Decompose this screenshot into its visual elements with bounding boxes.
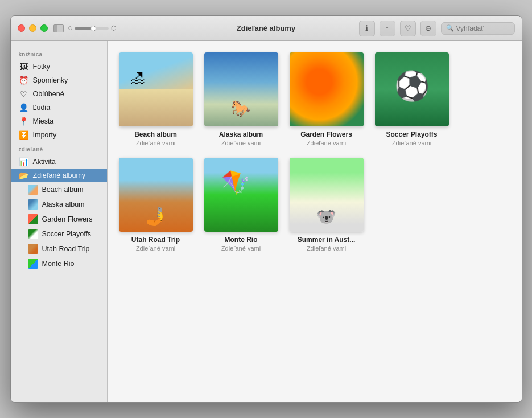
album-name-beach: Beach album [134,130,177,138]
album-thumb-utah: 🤳 [119,158,193,232]
maximize-button[interactable] [40,24,48,32]
sidebar-sub-beach[interactable]: Beach album [11,182,107,197]
beach-person-icon: 🏖 [130,69,145,87]
search-box[interactable]: 🔍 [441,22,515,35]
garden-detail [290,52,364,126]
beach-thumb-icon [28,185,38,195]
sidebar-label-alaska: Alaska album [42,200,85,208]
traffic-lights [18,24,48,32]
sidebar-label-aktivita: Aktivita [33,158,56,166]
sidebar: knižnica 🖼 Fotky ⏰ Spomienky ♡ Obľúbené … [11,41,108,402]
album-item-monte-rio[interactable]: Monte Rio Zdieľané vami [204,158,278,252]
zoom-slider-wrap: ⬡ ⬡ [68,24,117,32]
sidebar-label-importy: Importy [33,131,57,139]
album-item-soccer[interactable]: Soccer Playoffs Zdieľané vami [375,52,449,146]
sidebar-label-ludia: Ľudia [33,104,51,112]
sidebar-item-ludia[interactable]: 👤 Ľudia [11,101,107,114]
heart-button[interactable]: ♡ [400,21,416,36]
zoom-slider[interactable] [75,27,109,30]
sidebar-toggle-area: ⬡ ⬡ [53,24,117,32]
main-area: knižnica 🖼 Fotky ⏰ Spomienky ♡ Obľúbené … [11,41,522,402]
sidebar-label-fotky: Fotky [33,63,51,71]
people-icon: 👤 [19,103,29,112]
albums-grid: 🏖 Beach album Zdieľané vami 🐎 Alaska alb… [119,52,510,252]
photos-icon: 🖼 [19,62,29,71]
album-thumb-beach: 🏖 [119,52,193,126]
window-title: Zdieľané albumy [237,24,295,32]
album-thumb-garden [290,52,364,126]
sidebar-sub-monte-rio[interactable]: Monte Rio [11,256,107,271]
toolbar-right: ℹ ↑ ♡ ⊕ 🔍 [359,21,515,36]
app-window: ⬡ ⬡ Zdieľané albumy ℹ ↑ ♡ ⊕ 🔍 knižnica [10,15,522,403]
sidebar-label-beach: Beach album [42,186,84,194]
album-item-garden[interactable]: Garden Flowers Zdieľané vami [290,52,364,146]
rio-thumb-icon [28,259,38,269]
soccer-thumb-icon [28,229,38,239]
sidebar-sub-utah[interactable]: Utah Road Trip [11,241,107,256]
favorites-icon: ♡ [19,89,29,99]
album-thumb-soccer [375,52,449,126]
album-sub-alaska: Zdieľané vami [221,140,261,146]
sidebar-label-garden: Garden Flowers [42,215,93,223]
titlebar: ⬡ ⬡ Zdieľané albumy ℹ ↑ ♡ ⊕ 🔍 [11,16,522,41]
utah-figure-icon: 🤳 [145,206,166,226]
sidebar-label-spomienky: Spomienky [33,76,68,84]
album-name-alaska: Alaska album [219,130,263,138]
garden-thumb-icon [28,214,38,224]
album-thumb-alaska: 🐎 [204,52,278,126]
album-sub-garden: Zdieľané vami [307,140,346,146]
shared-albums-icon: 📂 [19,171,29,180]
summer-figure-icon: 🐨 [316,207,336,226]
sidebar-label-oblubene: Obľúbené [33,90,64,98]
zoom-large-icon: ⬡ [111,24,117,32]
search-input[interactable] [456,24,510,32]
activity-icon: 📊 [19,157,29,166]
album-name-monte-rio: Monte Rio [225,236,258,244]
sidebar-item-aktivita[interactable]: 📊 Aktivita [11,155,107,169]
memories-icon: ⏰ [19,76,29,85]
album-sub-soccer: Zdieľané vami [392,140,431,146]
album-name-utah: Utah Road Trip [131,236,180,244]
minimize-button[interactable] [29,24,36,32]
sidebar-item-oblubene[interactable]: ♡ Obľúbené [11,87,107,101]
sidebar-label-miesta: Miesta [33,117,54,125]
sidebar-item-zdielane-albumy[interactable]: 📂 Zdieľané albumy [11,169,107,182]
zoom-slider-thumb [90,26,96,31]
sidebar-item-importy[interactable]: ⏬ Importy [11,128,107,142]
sidebar-sub-garden[interactable]: Garden Flowers [11,212,107,227]
library-section-label: knižnica [11,47,107,60]
close-button[interactable] [18,24,25,32]
sidebar-toggle-icon[interactable] [53,24,64,32]
sidebar-item-miesta[interactable]: 📍 Miesta [11,114,107,128]
sidebar-sub-alaska[interactable]: Alaska album [11,197,107,212]
album-item-utah[interactable]: 🤳 Utah Road Trip Zdieľané vami [119,158,193,252]
content-area: 🏖 Beach album Zdieľané vami 🐎 Alaska alb… [108,41,522,402]
album-item-beach[interactable]: 🏖 Beach album Zdieľané vami [119,52,193,146]
album-sub-summer: Zdieľané vami [307,245,346,252]
alaska-thumb-icon [28,199,38,210]
sidebar-label-rio: Monte Rio [42,260,75,268]
alaska-figure-icon: 🐎 [231,99,251,118]
places-icon: 📍 [19,117,29,126]
sidebar-sub-soccer[interactable]: Soccer Playoffs [11,227,107,241]
album-sub-beach: Zdieľané vami [136,140,175,146]
search-icon: 🔍 [446,24,454,32]
album-thumb-summer: 🐨 [290,158,364,232]
sidebar-label-soccer: Soccer Playoffs [42,230,92,238]
album-name-summer: Summer in Aust... [298,236,356,244]
sidebar-label-utah: Utah Road Trip [42,245,90,253]
album-item-alaska[interactable]: 🐎 Alaska album Zdieľané vami [204,52,278,146]
add-button[interactable]: ⊕ [420,21,436,36]
info-button[interactable]: ℹ [359,21,375,36]
album-item-summer[interactable]: 🐨 Summer in Aust... Zdieľané vami [290,158,364,252]
sidebar-item-fotky[interactable]: 🖼 Fotky [11,60,107,73]
sidebar-label-zdielane: Zdieľané albumy [33,171,86,179]
album-thumb-monte-rio [204,158,278,232]
sidebar-item-spomienky[interactable]: ⏰ Spomienky [11,73,107,87]
utah-thumb-icon [28,244,38,254]
album-sub-utah: Zdieľané vami [136,245,175,252]
imports-icon: ⏬ [19,130,29,140]
share-button[interactable]: ↑ [380,21,395,36]
zoom-small-icon: ⬡ [68,26,72,31]
shared-section-label: zdieľané [11,142,107,155]
